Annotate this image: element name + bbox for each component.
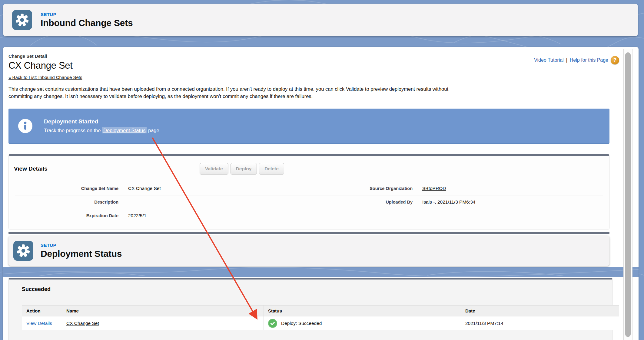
delete-button[interactable]: Delete <box>259 163 284 175</box>
field-row: Change Set Name CX Change Set Source Org… <box>15 181 603 195</box>
help-for-this-page-link[interactable]: Help for this Page <box>570 57 608 63</box>
detail-fields: Change Set Name CX Change Set Source Org… <box>15 181 603 229</box>
setup-eyebrow: SETUP <box>41 243 122 248</box>
deployment-status-link[interactable]: Deployment Status <box>102 127 147 133</box>
description-line: committing any changes. It isn't necessa… <box>8 93 609 100</box>
section-divider-bar <box>8 232 609 234</box>
deployment-status-header: SETUP Deployment Status <box>8 236 609 266</box>
table-header-row: Action Name Status Date <box>22 306 619 316</box>
page-kicker: Change Set Detail <box>8 54 609 59</box>
help-links: Video Tutorial | Help for this Page ? <box>534 56 619 64</box>
field-value-change-set-name: CX Change Set <box>118 186 161 191</box>
page-title: CX Change Set <box>8 60 609 71</box>
field-label-description: Description <box>15 200 118 204</box>
table-row: View Details CX Change Set Deploy: Succe… <box>22 316 619 330</box>
info-icon <box>18 119 32 133</box>
deployment-started-banner: Deployment Started Track the progress on… <box>8 109 609 144</box>
view-details-section: View Details Validate Deploy Delete Chan… <box>8 154 609 229</box>
field-label-expiration-date: Expiration Date <box>15 213 118 218</box>
deploy-button[interactable]: Deploy <box>231 163 257 175</box>
field-value-uploaded-by: Isais -, 2021/11/3 PM6:34 <box>413 199 475 205</box>
setup-header: SETUP Inbound Change Sets <box>3 4 638 36</box>
description-line: This change set contains customizations … <box>8 85 609 93</box>
help-links-separator: | <box>566 57 567 63</box>
setup-gear-tile <box>12 10 32 30</box>
field-label-uploaded-by: Uploaded By <box>309 200 413 204</box>
view-details-buttons: Validate Deploy Delete <box>200 163 284 175</box>
column-header-action: Action <box>22 306 62 316</box>
succeeded-section: Succeeded Action Name Status Date View D… <box>8 278 612 340</box>
success-check-icon <box>268 319 277 328</box>
gear-icon <box>15 13 29 27</box>
video-tutorial-link[interactable]: Video Tutorial <box>534 57 564 63</box>
column-header-date: Date <box>461 306 619 316</box>
banner-message: Track the progress on the Deployment Sta… <box>44 128 159 133</box>
field-value-expiration-date: 2022/5/1 <box>118 213 146 218</box>
field-row: Description Uploaded By Isais -, 2021/11… <box>15 195 603 209</box>
status-text: Deploy: Succeeded <box>281 321 322 326</box>
blue-background-strip <box>3 267 639 277</box>
row-change-set-link[interactable]: CX Change Set <box>66 321 99 326</box>
setup-eyebrow: SETUP <box>41 12 133 17</box>
deployments-table: Action Name Status Date View Details CX … <box>22 305 619 330</box>
status-cell: Deploy: Succeeded <box>268 319 461 328</box>
help-icon[interactable]: ? <box>611 56 619 64</box>
divider <box>18 299 609 299</box>
row-date: 2021/11/3 PM7:14 <box>465 321 503 326</box>
field-row: Expiration Date 2022/5/1 <box>15 209 603 222</box>
setup-page-title: Inbound Change Sets <box>41 18 133 28</box>
field-label-change-set-name: Change Set Name <box>15 186 118 191</box>
banner-message-prefix: Track the progress on the <box>44 128 102 133</box>
view-details-title: View Details <box>14 165 48 172</box>
deployment-status-title: Deployment Status <box>41 249 122 259</box>
banner-message-suffix: page <box>147 128 159 133</box>
field-label-source-organization: Source Organization <box>309 186 413 191</box>
section-top-border <box>9 154 609 156</box>
validate-button[interactable]: Validate <box>200 163 228 175</box>
back-to-list-link[interactable]: « Back to List: Inbound Change Sets <box>8 75 82 80</box>
vertical-scrollbar-thumb[interactable] <box>625 52 631 337</box>
row-view-details-link[interactable]: View Details <box>26 321 52 326</box>
field-value-source-organization[interactable]: SBtoPROD <box>413 186 446 191</box>
page-description: This change set contains customizations … <box>8 85 609 100</box>
gear-icon <box>16 244 30 258</box>
banner-title: Deployment Started <box>44 118 159 125</box>
column-header-name: Name <box>62 306 264 316</box>
column-header-status: Status <box>264 306 461 316</box>
main-content-card: Video Tutorial | Help for this Page ? Ch… <box>3 47 639 340</box>
setup-gear-tile <box>13 241 33 261</box>
succeeded-title: Succeeded <box>22 286 609 293</box>
vertical-scrollbar-track[interactable] <box>623 49 632 340</box>
